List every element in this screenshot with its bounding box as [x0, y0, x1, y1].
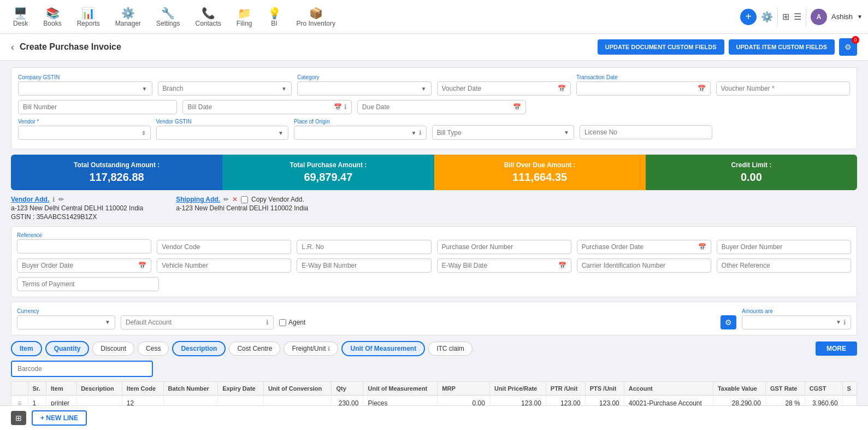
license-input[interactable] — [580, 125, 712, 139]
top-nav: 🖥️ Desk 📚 Books 📊 Reports ⚙️ Manager 🔧 S… — [0, 0, 868, 34]
chevron-down-icon[interactable]: ▼ — [857, 14, 863, 20]
col-unit-price: Unit Price/Rate — [489, 382, 546, 396]
grid-view-btn[interactable]: ⊞ — [782, 11, 789, 22]
default-account-input[interactable] — [126, 319, 266, 326]
nav-item-manager[interactable]: ⚙️ Manager — [108, 7, 149, 27]
tab-description[interactable]: Description — [172, 341, 226, 356]
barcode-input[interactable] — [11, 361, 153, 377]
agent-checkbox[interactable] — [279, 319, 286, 326]
back-button[interactable]: ‹ — [11, 42, 14, 53]
po-date-input[interactable] — [582, 243, 698, 251]
shipping-add-link[interactable]: Shipping Add. — [176, 196, 220, 203]
category-input[interactable]: Goods — [302, 85, 421, 92]
overdue-value: 111,664.35 — [443, 171, 637, 184]
nav-item-contacts[interactable]: 📞 Contacts — [187, 7, 228, 27]
nav-item-desk[interactable]: 🖥️ Desk — [5, 7, 36, 27]
tab-item[interactable]: Item — [11, 341, 42, 356]
vendor-code-input[interactable] — [157, 240, 291, 254]
bill-number-group — [18, 100, 177, 114]
list-view-btn[interactable]: ☰ — [794, 11, 801, 22]
grid-icon-btn[interactable]: ⊞ — [11, 411, 26, 425]
ref-input[interactable]: 125 — [17, 239, 151, 254]
company-gstin-input[interactable]: 35AABCS1429B1ZX — [23, 85, 142, 92]
license-group — [580, 125, 712, 140]
vendor-gstin-label: Vendor GSTIN — [156, 119, 289, 125]
nav-item-reports[interactable]: 📊 Reports — [69, 7, 108, 27]
more-button[interactable]: MORE — [816, 341, 857, 356]
page-header: ‹ Create Purchase Invoice UPDATE DOCUMEN… — [0, 34, 868, 61]
place-origin-label: Place of Origin — [294, 119, 427, 125]
tab-cost-centre[interactable]: Cost Centre — [229, 341, 280, 356]
shipping-address: Shipping Add. ✏ ✕ Copy Vendor Add. a-123… — [176, 196, 308, 212]
voucher-number-input[interactable] — [716, 81, 851, 96]
vendor-add-link[interactable]: Vendor Add. — [11, 196, 49, 203]
ref-row-2: 📅 📅 — [17, 258, 851, 273]
transaction-date-input[interactable]: 18/10/2021 — [581, 85, 698, 92]
vehicle-number-input[interactable] — [157, 258, 291, 273]
credit-value: 0.00 — [654, 171, 848, 184]
col-unit-conv: Unit of Conversion — [263, 382, 332, 396]
address-row: Vendor Add. ℹ ✏ a-123 New Delhi Central … — [11, 196, 857, 221]
outstanding-label: Total Outstanding Amount : — [20, 161, 214, 169]
due-date-input[interactable] — [362, 103, 513, 111]
eway-date-input[interactable] — [442, 262, 558, 269]
bill-type-input[interactable] — [437, 129, 564, 137]
tab-itc[interactable]: ITC claim — [428, 341, 473, 356]
gear-floating-btn[interactable]: ⚙ — [721, 315, 736, 329]
tab-freight-unit[interactable]: Freight/Unit ℹ — [284, 341, 338, 356]
bill-number-input[interactable] — [18, 100, 177, 114]
vendor-input[interactable]: Ashish — [23, 129, 141, 137]
amounts-label: Amounts are — [742, 308, 851, 314]
tab-cess[interactable]: Cess — [138, 341, 169, 356]
buyer-order-input[interactable] — [717, 240, 851, 254]
nav-item-filing[interactable]: 📁 Filing — [229, 7, 260, 27]
carrier-input[interactable] — [577, 258, 711, 273]
other-ref-input[interactable] — [717, 258, 851, 273]
user-name[interactable]: Ashish — [831, 13, 853, 21]
vendor-gstin-text: GSTIN : 35AABCS1429B1ZX — [11, 213, 143, 221]
shipping-delete-icon[interactable]: ✕ — [232, 196, 238, 203]
settings-icon-btn[interactable]: ⚙️ — [761, 11, 773, 23]
tab-quantity[interactable]: Quantity — [45, 341, 90, 356]
bill-date-input[interactable] — [187, 103, 333, 111]
col-gst: GST Rate — [765, 382, 805, 396]
new-line-btn[interactable]: + NEW LINE — [32, 410, 87, 426]
voucher-date-group: 📅 — [437, 74, 571, 96]
tab-discount[interactable]: Discount — [92, 341, 134, 356]
vendor-edit-icon[interactable]: ✏ — [58, 196, 64, 203]
amounts-input[interactable]: Tax Exclusive — [747, 319, 836, 326]
nav-item-books[interactable]: 📚 Books — [36, 7, 69, 27]
terms-input[interactable] — [17, 277, 159, 291]
lr-no-input[interactable] — [297, 240, 431, 254]
buyer-order-date-input[interactable] — [22, 262, 138, 269]
add-new-button[interactable]: + — [740, 9, 757, 25]
vendor-info-icon[interactable]: ℹ — [52, 196, 55, 203]
tab-uom[interactable]: Unit Of Measurement — [341, 341, 425, 356]
vendor-gstin-input[interactable]: 35AABCS1429B1ZX — [161, 129, 279, 137]
outstanding-value: 117,826.88 — [20, 171, 214, 184]
copy-vendor-checkbox[interactable] — [241, 196, 248, 203]
transaction-date-group: Transaction Date 18/10/2021 📅 — [576, 74, 711, 96]
currency-input[interactable]: Indian Rupee — [22, 319, 105, 326]
po-number-input[interactable] — [437, 240, 571, 254]
shipping-edit-icon[interactable]: ✏ — [223, 196, 229, 203]
place-origin-input[interactable]: ANDAMAN & NICOBAR ISLANDS — [299, 129, 411, 137]
copy-vendor-label: Copy Vendor Add. — [251, 196, 304, 203]
category-group: Category Goods ▼ — [297, 74, 432, 96]
update-doc-btn[interactable]: UPDATE DOCUMENT CUSTOM FIELDS — [598, 39, 724, 55]
nav-item-pro-inventory[interactable]: 📦 Pro Inventory — [289, 7, 343, 27]
eway-bill-input[interactable] — [297, 258, 431, 273]
nav-item-bi[interactable]: 💡 BI — [260, 7, 289, 27]
settings-btn[interactable]: ⚙ 0 — [839, 38, 857, 56]
place-origin-group: Place of Origin ANDAMAN & NICOBAR ISLAND… — [294, 119, 427, 140]
vendor-chevron: ⇕ — [141, 130, 146, 136]
voucher-date-input[interactable] — [442, 85, 558, 92]
bill-type-group: ▼ — [432, 125, 575, 140]
branch-input[interactable] — [163, 85, 282, 92]
ref-label: Reference — [17, 232, 151, 238]
nav-item-settings[interactable]: 🔧 Settings — [149, 7, 187, 27]
update-item-btn[interactable]: UPDATE ITEM CUSTOM FIELDS — [729, 39, 835, 55]
col-mrp: MRP — [438, 382, 490, 396]
col-description: Description — [76, 382, 122, 396]
calendar-icon5: 📅 — [698, 243, 706, 251]
